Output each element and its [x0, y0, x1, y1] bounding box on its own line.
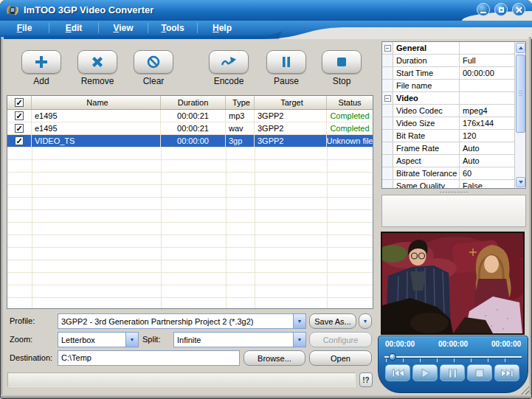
stop-button[interactable]: Stop — [322, 50, 362, 86]
property-row[interactable]: Bit Rate 120 — [382, 130, 514, 142]
cell-type: wav — [226, 122, 255, 135]
property-value[interactable]: False — [460, 180, 514, 189]
property-value[interactable] — [460, 80, 514, 91]
zoom-select[interactable]: Letterbox ▼ — [58, 332, 139, 347]
property-row[interactable]: Same Quality False — [382, 180, 514, 189]
header-duration[interactable]: Duration — [161, 96, 226, 109]
checkbox-icon[interactable]: ✓ — [15, 136, 24, 145]
zoom-dropdown-button[interactable]: ▼ — [125, 333, 138, 347]
play-icon — [421, 369, 430, 378]
property-row[interactable]: Duration Full — [382, 55, 514, 67]
property-row[interactable]: Bitrate Tolerance 60 — [382, 167, 514, 180]
seek-track[interactable] — [384, 356, 522, 358]
property-value[interactable]: 00:00:00 — [460, 67, 514, 79]
property-row[interactable]: Video Codec mpeg4 — [382, 105, 514, 117]
cell-type: mp3 — [226, 110, 255, 122]
row-check-cell[interactable]: ✓ — [7, 110, 32, 122]
play-button[interactable] — [412, 364, 438, 381]
split-label: Split: — [142, 335, 160, 344]
property-value[interactable]: mpeg4 — [460, 105, 514, 117]
checkbox-checked-icon[interactable]: ✓ — [15, 98, 24, 107]
header-name[interactable]: Name — [32, 96, 161, 109]
skip-forward-button[interactable] — [494, 364, 519, 381]
player-pause-button[interactable] — [440, 364, 465, 381]
pause-button[interactable]: Pause — [266, 50, 306, 86]
profile-more-button[interactable]: ▼ — [359, 313, 372, 329]
seek-thumb[interactable] — [389, 353, 396, 361]
checkbox-icon[interactable]: ✓ — [15, 124, 24, 133]
time-elapsed: 00:00:00 — [438, 340, 468, 348]
menu-help[interactable]: Help — [198, 23, 246, 33]
row-check-cell[interactable]: ✓ — [7, 122, 32, 135]
seek-slider[interactable] — [384, 354, 522, 363]
property-value[interactable]: Auto — [460, 155, 514, 167]
property-value[interactable] — [460, 42, 514, 54]
remove-button[interactable]: Remove — [77, 50, 117, 86]
header-type[interactable]: Type — [226, 96, 255, 109]
help-button[interactable]: !? — [359, 372, 373, 387]
file-row[interactable]: ✓ VIDEO_TS 00:00:00 3gp 3GPP2 Unknown fi… — [7, 135, 373, 148]
property-value[interactable]: Full — [460, 55, 514, 66]
cell-duration: 00:00:21 — [161, 110, 226, 122]
save-as-button[interactable]: Save As... — [309, 313, 356, 329]
property-value[interactable] — [460, 92, 514, 104]
close-button[interactable] — [512, 3, 525, 16]
property-scrollbar[interactable] — [514, 42, 525, 188]
menu-bar: File Edit View Tools Help — [0, 21, 246, 35]
property-row[interactable]: Frame Rate Auto — [382, 142, 514, 155]
scroll-up-button[interactable] — [516, 43, 525, 53]
zoom-value: Letterbox — [58, 336, 125, 344]
file-row[interactable]: ✓ e1495 00:00:21 wav 3GPP2 Completed — [7, 122, 373, 135]
encode-button[interactable]: Encode — [209, 50, 249, 86]
menu-tools[interactable]: Tools — [148, 23, 197, 33]
scroll-up-icon — [519, 46, 523, 49]
split-select[interactable]: Infinite ▼ — [173, 332, 306, 347]
scrollbar-thumb[interactable] — [516, 55, 525, 133]
header-check-all[interactable]: ✓ — [7, 96, 32, 109]
cell-target: 3GPP2 — [255, 110, 327, 122]
property-value[interactable]: Auto — [460, 142, 514, 154]
property-value[interactable]: 120 — [460, 130, 514, 142]
row-check-cell[interactable]: ✓ — [7, 135, 32, 148]
add-button[interactable]: Add — [21, 50, 61, 86]
minimize-button[interactable] — [477, 3, 490, 16]
checkbox-icon[interactable]: ✓ — [15, 111, 24, 120]
property-row[interactable]: Video Size 176x144 — [382, 117, 514, 130]
property-row[interactable]: Start Time 00:00:00 — [382, 67, 514, 80]
window-frame — [1, 37, 4, 398]
property-value[interactable]: 176x144 — [460, 117, 514, 129]
file-list-body: ✓ e1495 00:00:21 mp3 3GPP2 Completed ✓ e… — [7, 110, 373, 308]
open-button[interactable]: Open — [309, 350, 372, 366]
file-row[interactable]: ✓ e1495 00:00:21 mp3 3GPP2 Completed — [7, 110, 373, 122]
split-dropdown-button[interactable]: ▼ — [293, 333, 305, 347]
scroll-down-button[interactable] — [516, 177, 525, 187]
skip-back-button[interactable] — [385, 364, 410, 381]
collapse-icon[interactable]: − — [384, 95, 391, 102]
property-value[interactable]: 60 — [460, 167, 514, 179]
cell-duration: 00:00:00 — [161, 135, 226, 148]
split-value: Infinite — [174, 336, 293, 344]
header-status[interactable]: Status — [327, 96, 373, 109]
collapse-icon[interactable]: − — [384, 45, 391, 52]
title-bar[interactable]: ImTOO 3GP Video Converter — [0, 0, 532, 21]
minimize-icon — [480, 12, 486, 13]
menu-file[interactable]: File — [0, 23, 49, 33]
property-row[interactable]: File name — [382, 80, 514, 92]
menu-edit[interactable]: Edit — [49, 23, 98, 33]
profile-dropdown-button[interactable]: ▼ — [293, 314, 305, 328]
maximize-button[interactable] — [494, 3, 508, 16]
property-row[interactable]: − General — [382, 42, 514, 55]
skip-back-icon — [392, 369, 404, 378]
browse-button[interactable]: Browse... — [243, 350, 305, 366]
panel-splitter[interactable] — [381, 190, 526, 194]
header-target[interactable]: Target — [255, 96, 327, 109]
menu-view[interactable]: View — [99, 23, 148, 33]
property-gutter: − — [382, 42, 393, 54]
profile-select[interactable]: 3GPP2 - 3rd Generation Partnership Proje… — [58, 313, 306, 329]
property-row[interactable]: Aspect Auto — [382, 155, 514, 167]
destination-input[interactable]: C:\Temp — [58, 350, 240, 366]
property-row[interactable]: − Video — [382, 92, 514, 105]
player-stop-button[interactable] — [467, 364, 492, 381]
property-label: Video Size — [393, 117, 460, 129]
clear-button[interactable]: Clear — [134, 50, 173, 86]
